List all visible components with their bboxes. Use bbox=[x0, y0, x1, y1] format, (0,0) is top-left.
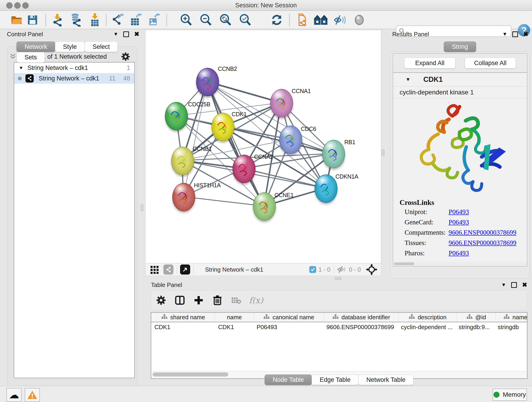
export-network-button[interactable] bbox=[110, 13, 125, 27]
warning-icon bbox=[27, 390, 37, 400]
network-node-cdc6[interactable] bbox=[279, 126, 302, 154]
network-canvas[interactable]: CCNB2CCNA1CDC25BCDK1CDC6RB1CCNB1CCNA2CDK… bbox=[145, 30, 381, 264]
apply-layout-button[interactable] bbox=[269, 13, 284, 27]
close-panel-icon[interactable]: ✖ bbox=[523, 31, 528, 38]
splitter-handle[interactable] bbox=[141, 204, 143, 211]
column-header-description[interactable]: description bbox=[399, 313, 456, 322]
tab-network[interactable]: Network bbox=[17, 41, 55, 52]
collapse-panel-icon[interactable]: ▼ bbox=[501, 282, 506, 288]
table-row[interactable]: CDK1CDK1P064939606.ENSP00000378699cyclin… bbox=[151, 322, 527, 332]
zoom-out-button[interactable] bbox=[198, 13, 213, 27]
birds-eye-view-icon[interactable] bbox=[180, 264, 190, 274]
expand-all-button[interactable]: Expand All bbox=[404, 57, 456, 69]
collapse-panel-icon[interactable]: ▼ bbox=[502, 31, 507, 37]
current-network-dot bbox=[18, 77, 22, 80]
enhance-labels-button[interactable] bbox=[333, 13, 347, 27]
network-node-hist1h1a[interactable] bbox=[172, 183, 195, 211]
crosslink-row: Compartments:9606.ENSP00000378699 bbox=[393, 227, 527, 238]
export-table-button[interactable] bbox=[129, 13, 143, 27]
splitter-handle[interactable] bbox=[335, 277, 342, 280]
table-gear-icon[interactable] bbox=[155, 294, 167, 306]
tab-network-table[interactable]: Network Table bbox=[358, 375, 413, 385]
float-panel-icon[interactable] bbox=[512, 32, 518, 37]
table-cell: cyclin-dependent ... bbox=[398, 324, 456, 331]
open-session-button[interactable] bbox=[9, 13, 24, 27]
zoom-selected-button[interactable] bbox=[238, 13, 253, 27]
tab-style[interactable]: Style bbox=[55, 41, 85, 52]
memory-button[interactable]: Memory bbox=[493, 389, 527, 401]
network-node-rb1[interactable] bbox=[322, 140, 345, 168]
network-node-ccna2[interactable] bbox=[233, 155, 255, 183]
column-header--id[interactable]: @id bbox=[456, 313, 496, 322]
caret-down-icon[interactable]: ▼ bbox=[19, 65, 23, 70]
card-horizontal-scrollbar[interactable] bbox=[394, 262, 526, 266]
close-panel-icon[interactable]: ✖ bbox=[134, 31, 139, 38]
table-cell: CDK1 bbox=[151, 324, 215, 331]
network-node-cdk1[interactable] bbox=[211, 113, 234, 141]
node-label-ccna1: CCNA1 bbox=[292, 88, 311, 95]
selected-checkbox[interactable] bbox=[309, 266, 316, 273]
crosslink-value-link[interactable]: P06493 bbox=[449, 249, 469, 257]
column-header-namespace[interactable]: namespace bbox=[496, 313, 527, 322]
export-image-button[interactable] bbox=[147, 13, 162, 27]
delete-column-icon[interactable] bbox=[211, 294, 223, 306]
table-tabs: Node TableEdge TableNetwork Table bbox=[148, 375, 530, 385]
string-network-icon bbox=[25, 74, 34, 83]
import-network-file-button[interactable] bbox=[50, 13, 65, 27]
network-node-cdc25b[interactable] bbox=[165, 102, 188, 130]
show-columns-icon[interactable] bbox=[174, 294, 186, 306]
network-node-ccnb2[interactable] bbox=[196, 68, 219, 96]
tab-edge-table[interactable]: Edge Table bbox=[312, 375, 359, 385]
splitter-handle[interactable] bbox=[382, 149, 385, 156]
import-network-database-button[interactable] bbox=[68, 13, 83, 27]
glass-ball-button[interactable] bbox=[352, 13, 367, 27]
float-panel-icon[interactable] bbox=[123, 32, 129, 37]
column-header-name[interactable]: name bbox=[215, 313, 254, 322]
collapse-all-icon[interactable] bbox=[9, 53, 17, 60]
tab-select[interactable]: Select bbox=[85, 41, 118, 52]
caret-down-icon: ▼ bbox=[405, 77, 411, 83]
crosslink-value-link[interactable]: P06493 bbox=[449, 208, 469, 216]
tab-node-table[interactable]: Node Table bbox=[265, 375, 312, 385]
network-tree-row[interactable]: String Network – cdk11148 bbox=[14, 73, 134, 84]
fit-selected-icon[interactable] bbox=[366, 264, 377, 275]
collapse-all-button[interactable]: Collapse All bbox=[465, 57, 516, 69]
import-table-button[interactable] bbox=[88, 13, 102, 27]
table-cell: CDK1 bbox=[215, 324, 253, 331]
tab-sets[interactable]: Sets bbox=[17, 52, 45, 63]
warnings-button[interactable] bbox=[25, 388, 40, 402]
gene-card: ▼ CDK1 cyclin-dependent kinase 1 bbox=[393, 72, 527, 267]
network-node-ccnb1[interactable] bbox=[171, 147, 194, 175]
save-session-button[interactable] bbox=[25, 13, 40, 27]
zoom-fit-button[interactable] bbox=[218, 13, 233, 27]
crosslink-value-link[interactable]: P06493 bbox=[449, 218, 469, 226]
column-header-database-identifier[interactable]: database identifier bbox=[324, 313, 399, 322]
network-node-ccna1[interactable] bbox=[270, 89, 293, 117]
network-column-icon bbox=[332, 314, 339, 321]
cloud-button[interactable]: ☁ bbox=[6, 388, 22, 402]
collapse-panel-icon[interactable]: ▼ bbox=[114, 31, 119, 37]
string-home-button[interactable] bbox=[313, 13, 328, 27]
control-panel-title: Control Panel bbox=[7, 31, 43, 38]
network-node-cdkn1a[interactable] bbox=[315, 174, 337, 203]
column-header-canonical-name[interactable]: canonical name bbox=[254, 313, 324, 322]
crosslink-value-link[interactable]: 9606.ENSP00000378699 bbox=[449, 229, 516, 236]
gene-card-header[interactable]: ▼ CDK1 bbox=[393, 73, 527, 86]
network-view-toolbar: String Network – cdk1 1 - 0 0 - 0 bbox=[145, 263, 381, 276]
network-node-ccne1[interactable] bbox=[253, 192, 276, 221]
protein-ribbon-icon bbox=[168, 107, 184, 125]
network-view-icon[interactable] bbox=[163, 264, 173, 274]
column-header-shared-name[interactable]: shared name bbox=[151, 313, 215, 322]
float-panel-icon[interactable] bbox=[511, 282, 517, 288]
zoom-in-button[interactable] bbox=[179, 13, 193, 27]
add-column-icon[interactable] bbox=[193, 294, 205, 306]
close-panel-icon[interactable]: ✖ bbox=[522, 281, 527, 288]
grid-view-icon[interactable] bbox=[150, 264, 160, 274]
hidden-eye-icon bbox=[337, 266, 347, 274]
network-tree-row[interactable]: ▼String Network – cdk11 bbox=[14, 63, 134, 73]
crosslink-value-link[interactable]: 9606.ENSP00000378699 bbox=[449, 239, 516, 247]
string-import-button[interactable] bbox=[296, 13, 310, 27]
network-edge[interactable] bbox=[183, 197, 264, 206]
tab-string[interactable]: String bbox=[444, 41, 476, 52]
network-edge[interactable] bbox=[183, 82, 207, 197]
